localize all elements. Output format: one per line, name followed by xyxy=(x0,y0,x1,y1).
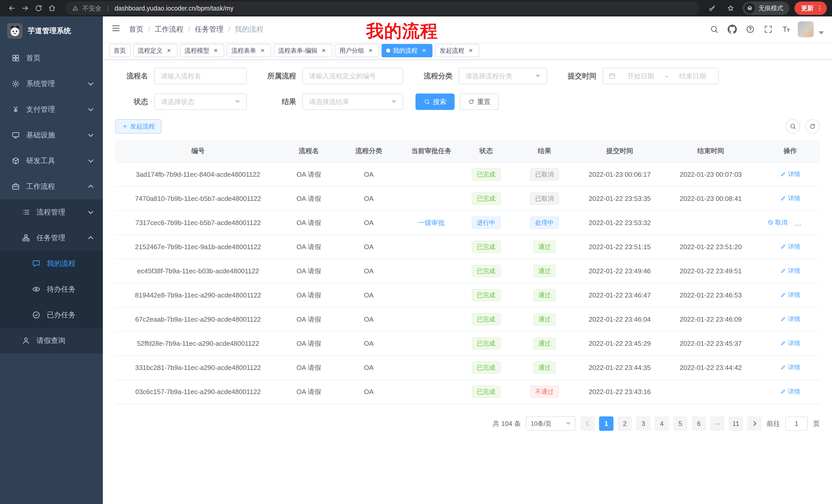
sidebar-item-my-process[interactable]: 我的流程 xyxy=(0,251,103,276)
refresh-table-button[interactable] xyxy=(805,119,820,134)
fullscreen-button[interactable] xyxy=(761,23,775,36)
page-button-11[interactable]: 11 xyxy=(729,416,743,431)
tab-my-process[interactable]: 我的流程× xyxy=(382,44,433,57)
detail-action-link[interactable]: 详情 xyxy=(780,170,800,178)
page-button-1[interactable]: 1 xyxy=(599,416,614,431)
page-button-4[interactable]: 4 xyxy=(655,416,669,431)
detail-action-link[interactable]: 详情 xyxy=(780,194,800,202)
tab-close-icon[interactable]: × xyxy=(165,47,173,54)
textsize-icon xyxy=(782,25,791,34)
table-head-row: 编号流程名流程分类当前审批任务状态结果提交时间结束时间操作 xyxy=(115,140,820,162)
result-label: 结果 xyxy=(259,97,296,107)
sidebar-item-leave-query[interactable]: 请假查询 xyxy=(0,328,103,354)
tab-start-process[interactable]: 发起流程× xyxy=(435,44,479,57)
sidebar-item-workflow[interactable]: 工作流程 xyxy=(0,174,103,199)
reload-button[interactable] xyxy=(32,2,45,15)
reset-button[interactable]: 重置 xyxy=(460,93,499,110)
cell-result: 通过 xyxy=(510,331,579,356)
url-text: dashboard.yudao.iocoder.cn/bpm/task/my xyxy=(115,5,234,12)
result-select[interactable]: 请选择流结果 xyxy=(302,93,403,110)
avatar-caret-down-icon[interactable] xyxy=(818,31,824,34)
tab-process-form[interactable]: 流程表单× xyxy=(227,44,271,57)
action-label: 详情 xyxy=(802,218,815,227)
breadcrumb-item[interactable]: 首页 xyxy=(129,24,144,34)
chevron-down-icon xyxy=(88,132,93,137)
font-size-button[interactable] xyxy=(780,23,793,36)
current-task-link[interactable]: 一级审批 xyxy=(418,219,445,227)
sidebar-item-payment[interactable]: 支付管理 xyxy=(0,96,103,122)
tab-close-icon[interactable]: × xyxy=(259,47,266,54)
sidebar-item-todo-tasks[interactable]: 待办任务 xyxy=(0,276,103,302)
submit-time-range-picker[interactable]: 开始日期 - 结束日期 xyxy=(603,68,719,84)
detail-action-link[interactable]: 详情 xyxy=(780,291,800,299)
tab-process-definition[interactable]: 流程定义× xyxy=(133,44,177,57)
page-button-5[interactable]: 5 xyxy=(673,416,687,431)
app-logo[interactable]: 芋道管理系统 xyxy=(0,17,103,45)
page-button-6[interactable]: 6 xyxy=(692,416,706,431)
user-avatar[interactable] xyxy=(798,21,814,37)
result-tag: 已取消 xyxy=(530,168,559,180)
sidebar-item-task-mgmt[interactable]: 任务管理 xyxy=(0,225,103,251)
status-select[interactable]: 请选择状态 xyxy=(154,93,247,110)
detail-action-link[interactable]: 详情 xyxy=(780,243,800,251)
sidebar-item-label: 请假查询 xyxy=(36,336,65,345)
more-vertical-icon[interactable] xyxy=(816,5,823,12)
page-button-3[interactable]: 3 xyxy=(636,416,650,431)
tab-process-model[interactable]: 流程模型× xyxy=(180,44,224,57)
tab-user-group[interactable]: 用户分组× xyxy=(335,44,379,57)
create-process-button[interactable]: 发起流程 xyxy=(115,119,161,134)
address-bar[interactable]: 不安全 | dashboard.yudao.iocoder.cn/bpm/tas… xyxy=(65,2,699,15)
cell-current-task xyxy=(401,162,462,187)
sidebar-toggle-button[interactable] xyxy=(111,23,121,35)
tab-close-icon[interactable]: × xyxy=(467,47,475,54)
cell-current-task xyxy=(401,259,462,283)
detail-action-link[interactable]: 详情 xyxy=(780,387,800,396)
prev-page-button[interactable] xyxy=(580,416,595,431)
detail-action-link[interactable]: 详情 xyxy=(780,339,800,347)
breadcrumb-item: 我的流程 xyxy=(235,24,263,34)
forward-button[interactable] xyxy=(19,2,32,15)
detail-action-link[interactable]: 详情 xyxy=(780,363,800,371)
sidebar-item-home[interactable]: 首页 xyxy=(0,45,103,71)
status-tag: 已完成 xyxy=(472,313,501,326)
cancel-action-link[interactable]: 取消 xyxy=(768,218,787,227)
detail-action-link[interactable]: 详情 xyxy=(780,315,800,323)
tab-home[interactable]: 首页 xyxy=(109,44,131,57)
sidebar-item-process-mgmt[interactable]: 流程管理 xyxy=(0,199,103,225)
column-header: 编号 xyxy=(115,140,281,162)
browser-home-button[interactable] xyxy=(45,2,59,15)
tab-close-icon[interactable]: × xyxy=(367,47,374,54)
github-button[interactable] xyxy=(726,23,739,36)
cell-current-task xyxy=(401,235,462,259)
help-button[interactable] xyxy=(744,23,757,36)
tab-close-icon[interactable]: × xyxy=(420,47,428,54)
pagination-ellipsis[interactable]: ··· xyxy=(710,416,725,431)
bookmark-star-button[interactable] xyxy=(724,2,737,15)
sidebar-item-dev-tools[interactable]: 研发工具 xyxy=(0,148,103,174)
tab-close-icon[interactable]: × xyxy=(212,47,219,54)
tab-process-form-edit[interactable]: 流程表单-编辑× xyxy=(274,44,332,57)
toggle-search-button[interactable] xyxy=(786,119,800,134)
sidebar-item-label: 任务管理 xyxy=(36,233,65,243)
sidebar-item-system[interactable]: 系统管理 xyxy=(0,71,103,96)
update-browser-button[interactable]: 更新 xyxy=(795,2,827,15)
goto-page-input[interactable] xyxy=(785,416,808,431)
key-button[interactable] xyxy=(705,2,719,15)
breadcrumb-item[interactable]: 工作流程 xyxy=(155,24,184,34)
page-content: 流程名 所属流程 流程分类 请选择流程分类 提交时间 xyxy=(103,60,832,504)
search-button[interactable]: 搜索 xyxy=(415,93,454,110)
tab-close-icon[interactable]: × xyxy=(320,47,328,54)
sidebar-item-done-tasks[interactable]: 已办任务 xyxy=(0,302,103,328)
sidebar-item-infrastructure[interactable]: 基础设施 xyxy=(0,122,103,148)
category-select[interactable]: 请选择流程分类 xyxy=(459,68,547,84)
breadcrumb-item[interactable]: 任务管理 xyxy=(195,24,224,34)
back-button[interactable] xyxy=(5,2,19,15)
page-size-select[interactable]: 10条/页 xyxy=(526,416,575,431)
process-def-input[interactable] xyxy=(302,68,403,84)
process-name-input[interactable] xyxy=(154,68,247,84)
sidebar-item-label: 支付管理 xyxy=(26,105,55,114)
detail-action-link[interactable]: 详情 xyxy=(780,267,800,275)
next-page-button[interactable] xyxy=(747,416,761,431)
page-button-2[interactable]: 2 xyxy=(618,416,632,431)
header-search-button[interactable] xyxy=(707,23,721,36)
